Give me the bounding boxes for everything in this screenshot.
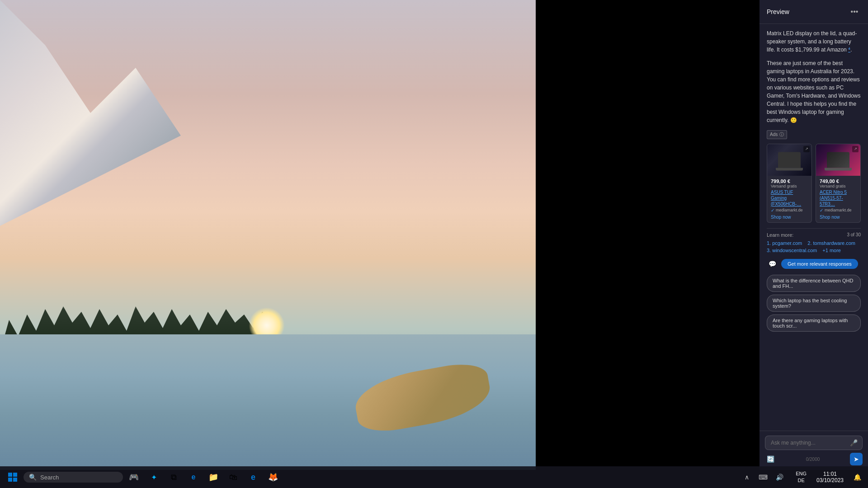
learn-links-row-2: 3. windowscentral.com +1 more bbox=[767, 248, 861, 253]
language-area[interactable]: ENG DE bbox=[792, 469, 810, 486]
product-name-link-1[interactable]: ASUS TUF Gaming (FX506HCB-… bbox=[771, 189, 808, 207]
notifications-icon[interactable]: 🔔 bbox=[850, 470, 864, 484]
feedback-icon[interactable]: 💬 bbox=[767, 258, 778, 269]
laptop-thumbnail-1 bbox=[778, 152, 801, 168]
store-check-icon-2: ✓ bbox=[820, 208, 823, 213]
send-button[interactable]: ➤ bbox=[850, 453, 863, 465]
learn-link-pcgamer[interactable]: 1. pcgamer.com bbox=[767, 240, 802, 246]
chat-text-2: These are just some of the best gaming l… bbox=[767, 59, 861, 124]
input-area: 🎤 🔄 0/2000 ➤ bbox=[760, 431, 868, 470]
file-explorer-taskbar-icon[interactable]: 📁 bbox=[204, 468, 222, 486]
action-row: 💬 Get more relevant responses bbox=[767, 258, 861, 269]
learn-link-tomshardware[interactable]: 2. tomshardware.com bbox=[807, 240, 855, 246]
relevant-responses-button[interactable]: Get more relevant responses bbox=[781, 259, 858, 269]
suggestion-chip-2[interactable]: Which laptop has the best cooling system… bbox=[767, 295, 861, 312]
product-image-1: ↗ bbox=[767, 144, 811, 176]
ads-badge: Ads ⓘ bbox=[767, 130, 787, 139]
store-check-icon-1: ✓ bbox=[771, 208, 774, 213]
firefox-taskbar-icon[interactable]: 🦊 bbox=[264, 468, 282, 486]
sidebar-panel: Preview ••• Matrix LED display on the li… bbox=[760, 0, 868, 470]
taskbar-search-bar[interactable]: 🔍 Search bbox=[24, 472, 123, 483]
learn-links: 1. pcgamer.com 2. tomshardware.com 3. wi… bbox=[767, 240, 861, 253]
sidebar-content: Matrix LED display on the lid, a quad-sp… bbox=[760, 24, 868, 431]
keyboard-icon[interactable]: ⌨ bbox=[756, 470, 770, 484]
mountain-decoration bbox=[0, 0, 181, 226]
learn-links-row-1: 1. pcgamer.com 2. tomshardware.com bbox=[767, 240, 861, 246]
learn-more-link[interactable]: +1 more bbox=[822, 248, 841, 253]
sidebar-menu-button[interactable]: ••• bbox=[848, 5, 861, 18]
product-card-1[interactable]: ↗ 799,00 € Versand gratis ASUS TUF Gamin… bbox=[767, 144, 812, 223]
search-icon: 🔍 bbox=[29, 474, 37, 481]
start-button[interactable] bbox=[4, 468, 22, 486]
shop-now-btn-1[interactable]: Shop now bbox=[771, 215, 808, 220]
store-taskbar-icon[interactable]: 🛍 bbox=[224, 468, 242, 486]
char-count: 0/2000 bbox=[806, 457, 820, 462]
expand-icon-1[interactable]: ↗ bbox=[803, 146, 810, 152]
product-info-2: 749,00 € Versand gratis ACER Nitro 5 (AN… bbox=[816, 176, 860, 222]
volume-icon[interactable]: 🔊 bbox=[772, 470, 787, 484]
product-image-2: ↗ bbox=[816, 144, 860, 176]
learn-more-header: Learn more: 3 of 30 bbox=[767, 232, 861, 238]
windows-logo bbox=[8, 473, 17, 482]
learn-more-section: Learn more: 3 of 30 1. pcgamer.com 2. to… bbox=[767, 232, 861, 253]
product-store-2: ✓ mediamarkt.de bbox=[820, 208, 857, 213]
learn-more-label: Learn more: bbox=[767, 232, 793, 238]
product-shipping-1: Versand gratis bbox=[771, 184, 808, 188]
ads-info-icon[interactable]: ⓘ bbox=[779, 131, 784, 138]
taskbar-right: ∧ ⌨ 🔊 ENG DE 11:01 03/10/2023 🔔 bbox=[736, 469, 864, 486]
learn-link-windowscentral[interactable]: 3. windowscentral.com bbox=[767, 248, 817, 253]
laptop-thumbnail-2 bbox=[827, 152, 849, 168]
lang-region: DE bbox=[797, 477, 804, 484]
sidebar-title: Preview bbox=[767, 8, 789, 15]
product-price-2: 749,00 € bbox=[820, 178, 857, 184]
notification-chevron-icon[interactable]: ∧ bbox=[740, 470, 754, 484]
edge2-taskbar-icon[interactable]: e bbox=[244, 468, 262, 486]
search-label: Search bbox=[40, 474, 59, 481]
input-wrapper: 🎤 bbox=[765, 436, 863, 450]
page-count: 3 of 30 bbox=[847, 232, 861, 237]
suggestion-chip-1[interactable]: What is the difference between QHD and F… bbox=[767, 275, 861, 292]
clock-time: 11:01 bbox=[823, 471, 837, 477]
edge-taskbar-icon[interactable]: e bbox=[184, 468, 203, 486]
product-store-1: ✓ mediamarkt.de bbox=[771, 208, 808, 213]
task-view-taskbar-icon[interactable]: ⧉ bbox=[165, 468, 183, 486]
taskbar-left: 🔍 Search 🎮 ✦ ⧉ e 📁 🛍 e 🦊 bbox=[4, 468, 282, 486]
system-icons: ∧ ⌨ 🔊 bbox=[736, 470, 790, 484]
suggestion-chip-3[interactable]: Are there any gaming laptops with touch … bbox=[767, 314, 861, 332]
product-price-1: 799,00 € bbox=[771, 178, 808, 184]
divider-1 bbox=[767, 228, 861, 229]
input-footer: 🔄 0/2000 ➤ bbox=[765, 453, 863, 465]
chat-text-1: Matrix LED display on the lid, a quad-sp… bbox=[767, 29, 861, 54]
product-shipping-2: Versand gratis bbox=[820, 184, 857, 188]
shop-now-btn-2[interactable]: Shop now bbox=[820, 215, 857, 220]
mic-button[interactable]: 🎤 bbox=[848, 437, 859, 448]
expand-icon-2[interactable]: ↗ bbox=[852, 146, 859, 152]
game-bar-taskbar-icon[interactable]: 🎮 bbox=[125, 468, 143, 486]
product-cards: ↗ 799,00 € Versand gratis ASUS TUF Gamin… bbox=[767, 144, 861, 223]
taskbar: 🔍 Search 🎮 ✦ ⧉ e 📁 🛍 e 🦊 ∧ ⌨ bbox=[0, 466, 868, 488]
clock-area[interactable]: 11:01 03/10/2023 bbox=[812, 469, 848, 485]
product-name-link-2[interactable]: ACER Nitro 5 (AN515-57-57R3… bbox=[820, 189, 857, 207]
amazon-link[interactable]: ⁴ bbox=[848, 47, 850, 53]
refresh-button[interactable]: 🔄 bbox=[765, 454, 776, 465]
suggestion-chips: What is the difference between QHD and F… bbox=[767, 275, 861, 332]
sidebar-header: Preview ••• bbox=[760, 0, 868, 24]
copilot-taskbar-icon[interactable]: ✦ bbox=[145, 468, 163, 486]
lang-code: ENG bbox=[796, 470, 807, 477]
desktop-wallpaper bbox=[0, 0, 536, 470]
product-card-2[interactable]: ↗ 749,00 € Versand gratis ACER Nitro 5 (… bbox=[816, 144, 861, 223]
product-info-1: 799,00 € Versand gratis ASUS TUF Gaming … bbox=[767, 176, 811, 222]
clock-date: 03/10/2023 bbox=[816, 477, 844, 483]
